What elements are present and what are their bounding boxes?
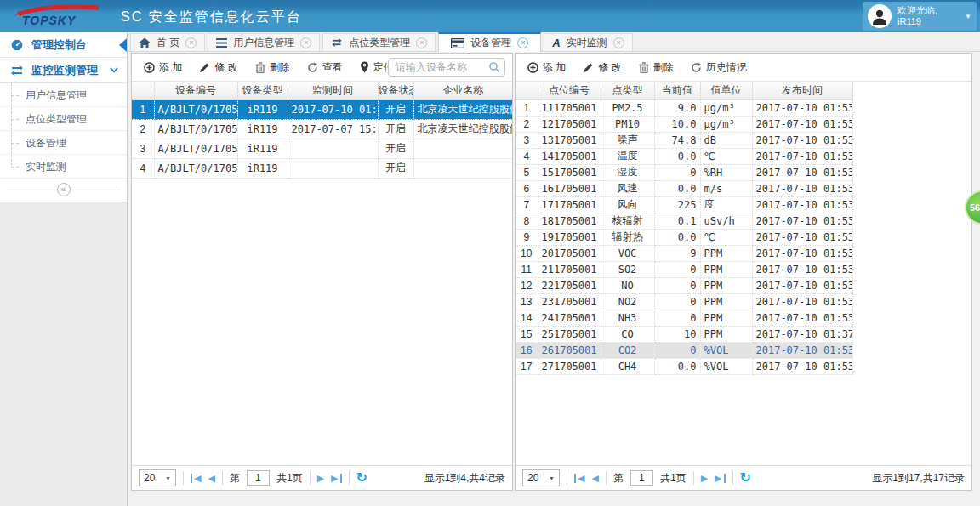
cell: PPM (700, 277, 752, 293)
table-row[interactable]: 12221705001NO0PPM2017-07-10 01:53:21 (516, 277, 852, 293)
view-button[interactable]: 查看 (299, 57, 351, 77)
cell: %RH (700, 164, 752, 180)
column-header[interactable]: 发布时间 (752, 82, 852, 99)
cell: uSv/h (700, 213, 752, 229)
edit-button[interactable]: 修 改 (574, 57, 630, 77)
table-row[interactable]: 8181705001核辐射0.1uSv/h2017-07-10 01:53:21 (516, 213, 852, 229)
column-header[interactable]: 点类型 (601, 82, 654, 99)
last-page-button[interactable]: ▶ (331, 474, 341, 483)
sidebar-item-device[interactable]: 设备管理 (0, 131, 127, 155)
table-row[interactable]: 6161705001风速0.0m/s2017-07-10 01:53:21 (516, 180, 852, 196)
sidebar-item-realtime[interactable]: 实时监测 (0, 155, 127, 179)
table-row[interactable]: 10201705001VOC9PPM2017-07-10 01:53:22 (516, 245, 852, 261)
table-row[interactable]: 4141705001温度0.0℃2017-07-10 01:53:22 (516, 148, 852, 164)
table-row[interactable]: 1111705001PM2.59.0μg/m³2017-07-10 01:53:… (516, 99, 852, 116)
tab-bar: 首 页 × 用户信息管理 × 点位类型管理 × (128, 32, 980, 52)
first-page-button[interactable]: ◀ (191, 474, 201, 483)
cell: 北京凌天世纪控股股份有限 (413, 119, 512, 139)
table-row[interactable]: 2121705001PM1010.0μg/m³2017-07-10 01:53:… (516, 116, 852, 132)
column-header[interactable]: 设备状态 (378, 82, 413, 99)
cell: A/BJLT/0/1705004 (154, 158, 237, 178)
next-page-button[interactable]: ▶ (317, 474, 324, 483)
cell: 0 (654, 164, 700, 180)
tab-label: 用户信息管理 (233, 36, 294, 50)
point-table: 点位编号点类型当前值值单位发布时间 1111705001PM2.59.0μg/m… (516, 82, 853, 375)
tab-device[interactable]: 设备管理 × (438, 32, 541, 52)
prev-page-button[interactable]: ◀ (591, 474, 598, 483)
chevron-down-icon[interactable]: ▼ (965, 13, 971, 20)
column-header[interactable]: 设备类型 (237, 82, 288, 99)
sidebar-item-console[interactable]: 管理控制台 (0, 32, 127, 58)
add-button[interactable]: 添 加 (135, 57, 191, 77)
tab-user-info[interactable]: 用户信息管理 × (208, 33, 320, 51)
table-row[interactable]: 16261705001CO20%VOL2017-07-10 01:53:22 (516, 342, 852, 358)
add-button[interactable]: 添 加 (519, 57, 574, 77)
column-header[interactable]: 当前值 (654, 82, 700, 99)
column-header[interactable]: 设备编号 (154, 82, 237, 99)
user-menu[interactable]: 欢迎光临, iR119 ▼ (863, 2, 977, 31)
refresh-icon[interactable]: ↻ (356, 471, 368, 485)
plus-circle-icon (144, 62, 155, 73)
divider (310, 471, 311, 485)
column-header[interactable]: 企业名称 (413, 82, 512, 99)
refresh-icon[interactable]: ↻ (740, 471, 751, 485)
table-row[interactable]: 1A/BJLT/0/1705001iR1192017-07-10 01:53:2… (132, 99, 512, 119)
table-row[interactable]: 17271705001CH40.0%VOL2017-07-10 01:53:21 (516, 358, 852, 374)
sidebar-item-point-type[interactable]: 点位类型管理 (0, 107, 127, 131)
table-row[interactable]: 2A/BJLT/0/1705002iR1192017-07-07 15:03:0… (132, 119, 512, 139)
next-page-button[interactable]: ▶ (701, 474, 708, 483)
cell: 噪声 (601, 132, 654, 148)
table-row[interactable]: 13231705001NO20PPM2017-07-10 01:53:22 (516, 293, 852, 310)
tab-realtime[interactable]: A 实时监测 × (544, 33, 632, 51)
table-row[interactable]: 7171705001风向225度2017-07-10 01:53:21 (516, 196, 852, 213)
page-number-input[interactable] (630, 470, 653, 486)
close-icon[interactable]: × (517, 37, 528, 48)
cell: 2017-07-10 01:53:22 (752, 261, 852, 277)
cell: 221705001 (538, 277, 601, 293)
close-icon[interactable]: × (300, 37, 311, 48)
page-size-value: 20 (144, 472, 155, 484)
table-row[interactable]: 3131705001噪声74.8dB2017-07-10 01:53:22 (516, 132, 852, 148)
sidebar-item-user-info[interactable]: 用户信息管理 (0, 83, 127, 107)
column-header[interactable]: 点位编号 (538, 82, 601, 99)
row-number-cell: 10 (516, 245, 538, 261)
delete-button[interactable]: 删除 (247, 57, 299, 77)
table-row[interactable]: 14241705001NH30PPM2017-07-10 01:53:21 (516, 310, 852, 326)
prev-page-button[interactable]: ◀ (208, 474, 214, 483)
search-icon[interactable] (488, 61, 500, 73)
tab-home[interactable]: 首 页 × (130, 33, 205, 51)
close-icon[interactable]: × (613, 37, 624, 48)
table-row[interactable]: 4A/BJLT/0/1705004iR119开启 (132, 158, 512, 178)
cell: 9 (654, 245, 700, 261)
collapse-button[interactable]: « (57, 183, 71, 196)
delete-button[interactable]: 删除 (630, 57, 682, 77)
cell: 开启 (378, 99, 413, 119)
edit-button[interactable]: 修 改 (191, 57, 246, 77)
table-row[interactable]: 9191705001辐射热0.0℃2017-07-10 01:53:21 (516, 229, 852, 245)
button-label: 添 加 (543, 60, 566, 75)
tab-point-type[interactable]: 点位类型管理 × (322, 33, 436, 51)
table-row[interactable]: 15251705001CO10PPM2017-07-10 01:37:01 (516, 326, 852, 342)
last-page-button[interactable]: ▶ (715, 474, 725, 483)
cell (413, 139, 512, 158)
column-header[interactable]: 值单位 (700, 82, 752, 99)
table-row[interactable]: 3A/BJLT/0/1705003iR119开启 (132, 139, 512, 158)
close-icon[interactable]: × (416, 37, 427, 48)
page-number-input[interactable] (247, 470, 270, 486)
table-row[interactable]: 5151705001湿度0%RH2017-07-10 01:53:22 (516, 164, 852, 180)
search-input[interactable] (389, 59, 504, 76)
close-icon[interactable]: × (185, 37, 197, 48)
column-header[interactable]: 监测时间 (288, 82, 378, 99)
cell: 温度 (601, 148, 654, 164)
history-button[interactable]: 历史情况 (682, 57, 755, 77)
table-row[interactable]: 11211705001SO20PPM2017-07-10 01:53:22 (516, 261, 852, 277)
page-size-select[interactable]: 20 ▼ (522, 469, 560, 486)
monitor-icon: A (552, 37, 560, 49)
page-size-select[interactable]: 20 ▼ (139, 469, 176, 486)
first-page-button[interactable]: ◀ (574, 474, 584, 483)
cell: 2017-07-07 15:03:05 (288, 119, 378, 139)
sidebar: 管理控制台 监控监测管理 用户信息管理 点位类型管理 设备管理 实时监测 « (0, 32, 128, 506)
cell: 风向 (601, 196, 654, 213)
sidebar-group-monitor[interactable]: 监控监测管理 (0, 58, 127, 83)
row-number-cell: 7 (516, 196, 538, 213)
